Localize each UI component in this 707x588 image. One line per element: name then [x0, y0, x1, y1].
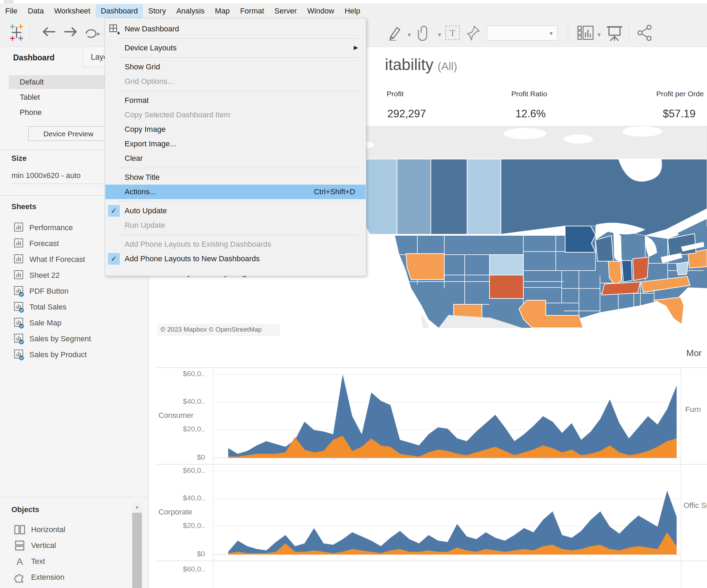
menubar-item-format[interactable]: Format — [235, 4, 269, 18]
toolbar-combobox[interactable]: ▼ — [487, 26, 558, 41]
sheet-item-what-if-forecast[interactable]: What If Forecast — [14, 252, 85, 267]
forward-button[interactable] — [62, 25, 78, 39]
menu-item-show-grid[interactable]: Show Grid — [105, 60, 366, 74]
worksheet-icon — [14, 238, 24, 249]
device-preview-button[interactable]: Device Preview — [28, 126, 108, 141]
map-state-mn[interactable] — [565, 226, 595, 252]
menubar-item-data[interactable]: Data — [22, 4, 49, 18]
sheet-item-pdf-button[interactable]: PDF Button — [14, 283, 69, 299]
menu-item-actions[interactable]: Actions...Ctrl+Shift+D — [105, 185, 366, 199]
map-state-wv[interactable] — [677, 262, 688, 275]
menubar-item-story[interactable]: Story — [143, 4, 171, 18]
highlighter-button[interactable] — [387, 25, 402, 41]
highlighter-dropdown-caret[interactable]: ▼ — [407, 32, 412, 38]
map-state-or[interactable] — [406, 254, 444, 280]
object-item-partial[interactable] — [14, 584, 26, 588]
horizontal-icon — [14, 525, 26, 535]
ytick: $60,0.. — [157, 370, 205, 378]
menu-item-format[interactable]: Format — [105, 93, 366, 108]
toolbar-separator — [629, 23, 629, 43]
map-state-ab[interactable] — [397, 159, 431, 234]
map-state-tn[interactable] — [602, 282, 640, 295]
show-me-dropdown-caret[interactable]: ▼ — [597, 32, 602, 38]
attach-dropdown-caret[interactable]: ▼ — [437, 32, 442, 38]
tab-dashboard[interactable]: Dashboard — [13, 53, 55, 62]
scrollbar-up-arrow[interactable]: ▲ — [132, 501, 142, 512]
map-state-sk[interactable] — [431, 159, 467, 234]
device-row-default[interactable]: Default — [9, 75, 108, 89]
map-state-in[interactable] — [622, 261, 632, 282]
map-state-co[interactable] — [490, 275, 523, 298]
sheet-item-sales-by-product[interactable]: Sales by Product — [14, 347, 87, 363]
device-row-tablet[interactable]: Tablet — [9, 90, 108, 104]
map-state-oh[interactable] — [633, 257, 649, 281]
menubar-item-map[interactable]: Map — [210, 4, 235, 18]
menu-item-add-phone-layouts-to-new-dashboards[interactable]: ✓Add Phone Layouts to New Dashboards — [105, 252, 366, 266]
window-title-strip — [0, 0, 707, 3]
menu-item-show-title[interactable]: Show Title — [105, 170, 366, 185]
ytick: $20,0.. — [157, 521, 205, 530]
map-state-wy[interactable] — [490, 255, 523, 275]
text-box-button[interactable]: T — [445, 25, 461, 41]
object-item-horizontal[interactable]: Horizontal — [14, 522, 65, 538]
sheet-item-sales-by-segment[interactable]: Sales by Segment — [14, 331, 91, 347]
show-me-button[interactable] — [577, 25, 594, 41]
divider — [0, 497, 148, 497]
objects-scrollbar[interactable]: ▲ — [132, 501, 142, 588]
object-item-vertical[interactable]: Vertical — [14, 538, 56, 553]
menu-item-run-update: Run Update — [105, 218, 366, 233]
worksheet-icon — [14, 286, 24, 297]
map-state-wi[interactable] — [595, 236, 613, 261]
menubar: FileDataWorksheetDashboardStoryAnalysisM… — [0, 3, 707, 19]
menu-item-device-layouts[interactable]: Device Layouts▶ — [105, 41, 366, 55]
menubar-item-help[interactable]: Help — [339, 4, 365, 18]
attach-button[interactable] — [417, 25, 431, 41]
ytick: $20,0.. — [157, 425, 205, 433]
size-value-dropdown[interactable]: min 1000x620 - auto — [11, 171, 108, 184]
menubar-item-analysis[interactable]: Analysis — [171, 4, 210, 18]
sheet-item-total-sales[interactable]: Total Sales — [14, 299, 67, 315]
sheet-item-sheet-22[interactable]: Sheet 22 — [14, 267, 60, 283]
device-row-phone[interactable]: Phone — [9, 106, 108, 119]
redo-button[interactable] — [83, 25, 101, 39]
kpi-label-profit-per-order: Profit per Orde — [656, 90, 704, 98]
share-button[interactable] — [637, 25, 652, 41]
size-header: Size — [11, 154, 27, 163]
pin-button[interactable] — [467, 25, 481, 41]
new-dashboard-icon — [109, 24, 120, 35]
menubar-item-window[interactable]: Window — [302, 4, 339, 18]
toolbar-combobox-caret[interactable]: ▼ — [549, 30, 554, 36]
menu-item-export-image[interactable]: Export Image... — [105, 137, 366, 151]
menubar-item-file[interactable]: File — [0, 4, 22, 18]
product-chart-title: Mor — [686, 348, 702, 359]
scrollbar-thumb[interactable] — [132, 513, 142, 588]
menubar-item-worksheet[interactable]: Worksheet — [49, 4, 96, 18]
menu-item-auto-update[interactable]: ✓Auto Update — [105, 204, 366, 218]
area-chart-corporate[interactable] — [213, 464, 681, 561]
menubar-item-server[interactable]: Server — [269, 4, 302, 18]
menubar-item-dashboard[interactable]: Dashboard — [96, 4, 143, 18]
presentation-mode-button[interactable] — [606, 25, 623, 41]
objects-header: Objects — [11, 505, 39, 514]
kpi-value-profit-per-order: $57.19 — [663, 108, 696, 120]
text-icon: A — [14, 556, 26, 567]
submenu-arrow-icon: ▶ — [354, 44, 358, 51]
worksheet-icon — [14, 349, 24, 360]
sheet-item-forecast[interactable]: Forecast — [14, 236, 59, 252]
map-attribution: © 2023 Mapbox © OpenStreetMap — [157, 324, 280, 336]
map-state-fl[interactable] — [654, 297, 684, 324]
dashboard-title-qualifier: (All) — [438, 60, 457, 72]
back-button[interactable] — [41, 25, 57, 39]
sheet-item-performance[interactable]: Performance — [14, 220, 73, 236]
menu-item-clear[interactable]: Clear — [105, 151, 366, 166]
chart-border — [157, 561, 707, 561]
map-state-mb[interactable] — [467, 159, 501, 234]
object-item-text[interactable]: AText — [14, 553, 45, 569]
menu-item-new-dashboard[interactable]: New Dashboard — [105, 22, 366, 36]
worksheet-icon — [14, 254, 24, 265]
checkmark-icon: ✓ — [108, 253, 120, 265]
area-chart-consumer[interactable] — [213, 368, 681, 464]
menu-item-copy-image[interactable]: Copy Image — [105, 122, 366, 137]
sheet-item-sale-map[interactable]: Sale Map — [14, 315, 61, 331]
object-item-extension[interactable]: Extension — [14, 569, 65, 585]
